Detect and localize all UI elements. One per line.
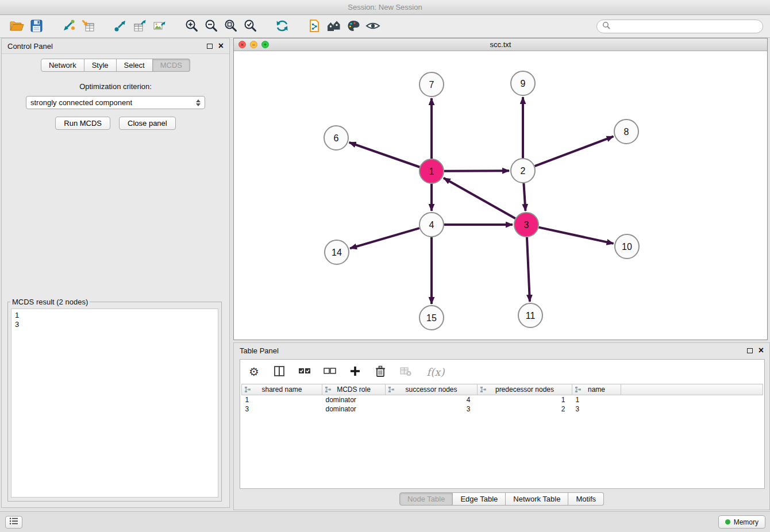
task-history-button[interactable] [5, 516, 22, 529]
create-column-button[interactable] [348, 365, 362, 379]
show-columns-button[interactable] [272, 365, 286, 379]
delete-table-icon [399, 365, 412, 379]
tab-select[interactable]: Select [117, 59, 153, 72]
export-table-button[interactable] [130, 17, 149, 36]
select-all-columns-button[interactable] [298, 365, 311, 379]
open-folder-icon [9, 19, 24, 34]
trash-icon [375, 365, 386, 379]
unchecked-boxes-icon [324, 366, 336, 378]
close-panel-button[interactable]: Close panel [119, 117, 176, 130]
graph-node-label-10: 10 [622, 242, 632, 252]
import-table-button[interactable] [78, 17, 98, 36]
memory-status-icon [725, 519, 730, 525]
run-mcds-button[interactable]: Run MCDS [55, 117, 110, 130]
dropdown-selected-value: strongly connected component [30, 98, 132, 107]
close-table-panel-icon[interactable]: × [759, 346, 764, 354]
table-toolbar: ⚙ f(x) [240, 360, 764, 384]
graph-edge-1-2[interactable] [444, 171, 509, 171]
tab-edge-table[interactable]: Edge Table [453, 492, 506, 506]
table-panel: Table Panel × ⚙ f(x) [233, 342, 770, 510]
column-header-predecessor-nodes[interactable]: predecessor nodes [478, 384, 572, 395]
network-document-button[interactable] [305, 17, 324, 36]
tab-node-table[interactable]: Node Table [399, 492, 453, 506]
minimize-window-button[interactable]: − [250, 41, 257, 48]
graph-node-label-11: 11 [526, 311, 536, 321]
cell-predecessor-nodes: 1 [478, 395, 572, 404]
zoom-in-button[interactable] [182, 17, 201, 36]
graph-node-label-3: 3 [524, 220, 529, 230]
save-floppy-icon [29, 19, 43, 34]
attribute-icon [244, 386, 251, 395]
control-panel-tabs: Network Style Select MCDS [2, 59, 229, 72]
column-header-successor-nodes[interactable]: successor nodes [386, 384, 478, 395]
cell-shared-name: 3 [242, 404, 322, 414]
table-row[interactable]: 3 dominator 3 2 3 [242, 404, 763, 414]
cell-mcds-role: dominator [322, 395, 386, 404]
zoom-out-icon [204, 19, 218, 34]
attribute-icon [575, 386, 582, 395]
float-table-panel-icon[interactable] [747, 348, 753, 353]
list-icon [9, 517, 18, 527]
zoom-out-button[interactable] [201, 17, 221, 36]
table-settings-button[interactable]: ⚙ [247, 365, 261, 379]
network-window-titlebar: × − + scc.txt [234, 38, 767, 51]
table-row[interactable]: 1 dominator 4 1 1 [242, 395, 763, 404]
float-panel-icon[interactable] [207, 44, 213, 49]
maximize-window-button[interactable]: + [261, 41, 269, 48]
graph-edge-3-1[interactable] [444, 178, 515, 218]
close-window-button[interactable]: × [238, 41, 246, 48]
graph-edge-2-3[interactable] [523, 183, 525, 211]
control-panel-body: Network Style Select MCDS Optimization c… [2, 53, 229, 507]
search-input[interactable] [611, 22, 757, 32]
close-panel-icon[interactable]: × [218, 42, 224, 50]
tab-mcds[interactable]: MCDS [153, 59, 190, 72]
optimization-criterion-select[interactable]: strongly connected component [26, 96, 205, 109]
main-toolbar [0, 16, 770, 38]
apply-layout-button[interactable] [272, 17, 292, 36]
network-overview-button[interactable] [324, 17, 344, 36]
function-builder-button[interactable]: f(x) [424, 365, 447, 379]
delete-table-button[interactable] [399, 365, 413, 379]
tab-network-table[interactable]: Network Table [506, 492, 568, 506]
export-image-button[interactable] [149, 17, 169, 36]
graph-node-label-8: 8 [624, 127, 629, 137]
gear-icon: ⚙ [249, 366, 259, 377]
delete-column-button[interactable] [374, 365, 387, 379]
open-file-button[interactable] [7, 17, 26, 36]
column-header-shared-name[interactable]: shared name [242, 384, 322, 395]
cell-predecessor-nodes: 2 [478, 404, 572, 414]
zoom-fit-icon [224, 19, 237, 34]
column-header-name[interactable]: name [572, 384, 621, 395]
search-icon [602, 21, 611, 32]
mcds-result-title: MCDS result (2 nodes) [10, 298, 90, 306]
tab-style[interactable]: Style [84, 59, 117, 72]
save-session-button[interactable] [26, 17, 46, 36]
import-network-button[interactable] [59, 17, 78, 36]
mcds-result-list[interactable]: 1 3 [11, 309, 218, 498]
graph-edge-4-14[interactable] [350, 228, 419, 248]
zoom-selected-button[interactable] [240, 17, 260, 36]
plus-icon [349, 365, 361, 379]
tab-motifs[interactable]: Motifs [568, 492, 604, 506]
application-window: Session: New Session [0, 0, 770, 532]
cell-mcds-role: dominator [322, 404, 386, 414]
unselect-all-columns-button[interactable] [323, 365, 337, 379]
memory-button[interactable]: Memory [718, 515, 765, 529]
cell-name: 1 [572, 395, 621, 404]
graph-edge-2-8[interactable] [535, 136, 614, 166]
tab-network[interactable]: Network [41, 59, 84, 72]
network-window-title: scc.txt [490, 40, 511, 49]
zoom-fit-button[interactable] [221, 17, 240, 36]
graph-node-label-6: 6 [334, 133, 339, 143]
apply-style-button[interactable] [344, 17, 363, 36]
graph-node-label-1: 1 [429, 167, 434, 176]
export-network-button[interactable] [110, 17, 130, 36]
cell-successor-nodes: 4 [386, 395, 478, 404]
graph-edge-3-11[interactable] [527, 237, 530, 302]
graphics-details-button[interactable] [363, 17, 383, 36]
network-canvas[interactable]: 7968124314101511 [234, 51, 767, 340]
graph-edge-1-6[interactable] [349, 142, 420, 167]
node-table: shared name MCDS role successor nodes pr… [241, 384, 763, 414]
column-header-mcds-role[interactable]: MCDS role [322, 384, 386, 395]
graph-edge-3-10[interactable] [538, 228, 613, 244]
